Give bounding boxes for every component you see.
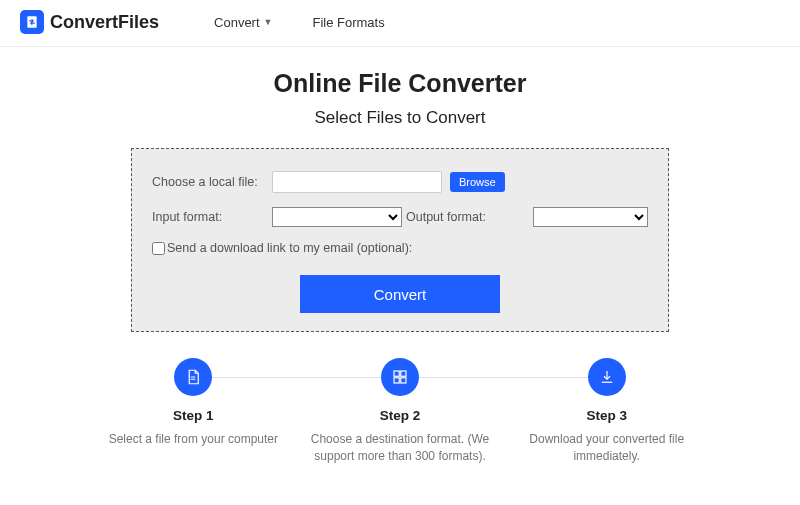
- convert-box: Choose a local file: Browse Input format…: [131, 148, 669, 332]
- step-1-desc: Select a file from your computer: [100, 431, 287, 448]
- download-icon: [588, 358, 626, 396]
- step-2-title: Step 2: [307, 408, 494, 423]
- nav: Convert ▼ File Formats: [214, 15, 385, 30]
- svg-rect-2: [401, 371, 406, 376]
- choose-file-label: Choose a local file:: [152, 175, 272, 189]
- convert-button[interactable]: Convert: [300, 275, 500, 313]
- grid-icon: [381, 358, 419, 396]
- browse-button[interactable]: Browse: [450, 172, 505, 192]
- logo[interactable]: ConvertFiles: [20, 10, 159, 34]
- svg-rect-4: [401, 378, 406, 383]
- svg-rect-3: [394, 378, 399, 383]
- file-input[interactable]: [272, 171, 442, 193]
- page-subtitle: Select Files to Convert: [0, 108, 800, 128]
- input-format-label: Input format:: [152, 210, 272, 224]
- row-formats: Input format: Output format:: [152, 207, 648, 227]
- output-format-label: Output format:: [406, 210, 506, 224]
- step-2-desc: Choose a destination format. (We support…: [307, 431, 494, 466]
- logo-text: ConvertFiles: [50, 12, 159, 33]
- email-checkbox-label: Send a download link to my email (option…: [167, 241, 412, 255]
- nav-file-formats[interactable]: File Formats: [312, 15, 384, 30]
- output-format-select[interactable]: [533, 207, 648, 227]
- input-format-select[interactable]: [272, 207, 402, 227]
- svg-rect-1: [394, 371, 399, 376]
- step-1: Step 1 Select a file from your computer: [90, 358, 297, 466]
- email-checkbox[interactable]: [152, 242, 165, 255]
- step-3-title: Step 3: [513, 408, 700, 423]
- page-title: Online File Converter: [0, 69, 800, 98]
- row-choose-file: Choose a local file: Browse: [152, 171, 648, 193]
- step-1-title: Step 1: [100, 408, 287, 423]
- row-email: Send a download link to my email (option…: [152, 241, 648, 255]
- step-2: Step 2 Choose a destination format. (We …: [297, 358, 504, 466]
- steps: Step 1 Select a file from your computer …: [90, 358, 710, 466]
- nav-file-formats-label: File Formats: [312, 15, 384, 30]
- chevron-down-icon: ▼: [264, 17, 273, 27]
- header: ConvertFiles Convert ▼ File Formats: [0, 0, 800, 47]
- nav-convert-label: Convert: [214, 15, 260, 30]
- file-swap-icon: [20, 10, 44, 34]
- step-3: Step 3 Download your converted file imme…: [503, 358, 710, 466]
- nav-convert[interactable]: Convert ▼: [214, 15, 272, 30]
- file-icon: [174, 358, 212, 396]
- main: Online File Converter Select Files to Co…: [0, 69, 800, 466]
- step-3-desc: Download your converted file immediately…: [513, 431, 700, 466]
